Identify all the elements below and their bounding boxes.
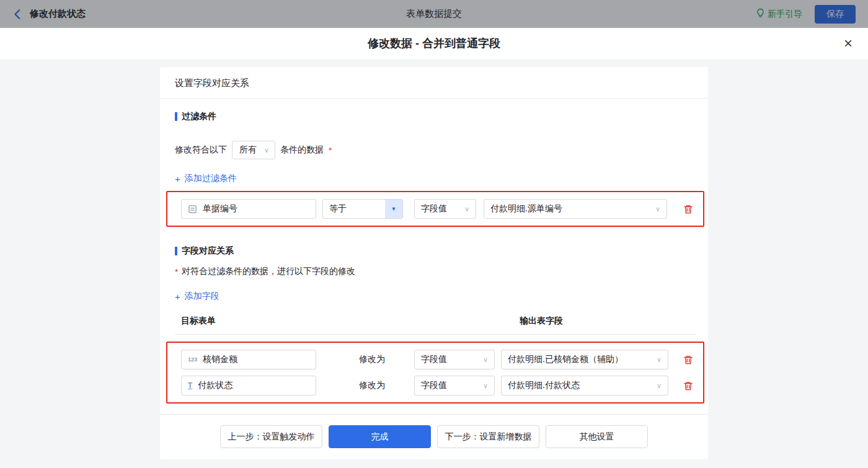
output-field-select[interactable]: 付款明细.付款状态 ∨	[501, 376, 668, 395]
action-label: 修改为	[335, 354, 409, 365]
value-type-value: 字段值	[421, 203, 447, 214]
column-header-output: 输出表字段	[520, 316, 563, 327]
delete-field-button[interactable]	[683, 355, 693, 365]
section-accent-bar	[175, 247, 177, 255]
filter-section-title: 过滤条件	[175, 111, 696, 122]
operator-dropdown-icon[interactable]: ▼	[385, 200, 402, 218]
add-field-label: 添加字段	[185, 291, 219, 302]
required-asterisk: *	[329, 146, 332, 155]
trash-icon	[683, 355, 693, 365]
value-field-select[interactable]: 付款明细.源单编号 ∨	[484, 199, 667, 219]
serial-field-icon	[188, 205, 197, 214]
dialog-footer: 上一步：设置触发动作 完成 下一步：设置新增数据 其他设置	[160, 414, 708, 459]
filter-section-label: 过滤条件	[182, 111, 216, 122]
value-field-value: 付款明细.源单编号	[490, 203, 562, 214]
filter-field-selector[interactable]: 单据编号	[181, 199, 316, 219]
settings-card: 设置字段对应关系 过滤条件 修改符合以下 所有 ∨ 条件的数据 * + 添加过滤…	[160, 67, 708, 459]
chevron-down-icon: ∨	[483, 356, 488, 363]
done-button[interactable]: 完成	[329, 425, 431, 448]
add-filter-label: 添加过滤条件	[185, 173, 237, 184]
chevron-down-icon: ∨	[483, 382, 488, 389]
column-header-target: 目标表单	[181, 316, 520, 327]
value-type-select[interactable]: 字段值 ∨	[414, 350, 495, 369]
trash-icon	[683, 204, 693, 214]
close-icon[interactable]: ×	[844, 36, 852, 51]
delete-field-button[interactable]	[683, 381, 693, 391]
output-field-value: 付款明细.已核销金额（辅助）	[508, 354, 623, 365]
output-field-value: 付款明细.付款状态	[508, 380, 580, 391]
card-header-title: 设置字段对应关系	[160, 67, 708, 99]
value-type-value: 字段值	[421, 354, 447, 365]
page-title: 表单数据提交	[0, 8, 868, 20]
topbar: 修改付款状态 表单数据提交 新手引导 保存	[0, 0, 868, 28]
dialog-body: 设置字段对应关系 过滤条件 修改符合以下 所有 ∨ 条件的数据 * + 添加过滤…	[0, 59, 868, 468]
required-asterisk: *	[175, 267, 178, 276]
output-field-select[interactable]: 付款明细.已核销金额（辅助） ∨	[501, 350, 668, 369]
mapping-description-text: 对符合过滤条件的数据，进行以下字段的修改	[182, 266, 355, 277]
dialog-title: 修改数据 - 合并到普通字段	[368, 36, 500, 51]
target-field-name: 核销金额	[203, 354, 237, 365]
target-field-selector[interactable]: 123 核销金额	[181, 350, 316, 369]
chevron-down-icon: ∨	[657, 356, 662, 363]
dialog-header: 修改数据 - 合并到普通字段 ×	[0, 28, 868, 59]
value-type-value: 字段值	[421, 380, 447, 391]
condition-suffix: 条件的数据	[280, 144, 324, 156]
mapping-section-title: 字段对应关系	[175, 245, 696, 257]
filter-highlight-box: 单据编号 等于 ▼ 字段值 ∨ 付款明细.源单编号 ∨	[166, 191, 704, 227]
condition-prefix: 修改符合以下	[175, 144, 227, 156]
target-field-selector[interactable]: T 付款状态	[181, 376, 316, 395]
match-mode-value: 所有	[239, 144, 257, 156]
mapping-description: * 对符合过滤条件的数据，进行以下字段的修改	[175, 266, 696, 277]
prev-step-button[interactable]: 上一步：设置触发动作	[220, 425, 322, 448]
other-settings-button[interactable]: 其他设置	[546, 425, 648, 448]
trash-icon	[683, 381, 693, 391]
action-label: 修改为	[335, 380, 409, 391]
mapping-section-label: 字段对应关系	[182, 245, 234, 257]
next-step-button[interactable]: 下一步：设置新增数据	[437, 425, 539, 448]
mapping-row: T 付款状态 修改为 字段值 ∨ 付款明细.付款状态 ∨	[181, 376, 696, 395]
value-type-select[interactable]: 字段值 ∨	[414, 376, 495, 395]
add-filter-link[interactable]: + 添加过滤条件	[175, 173, 237, 184]
mapping-highlight-box: 123 核销金额 修改为 字段值 ∨ 付款明细.已核销金额（辅助） ∨	[166, 342, 704, 404]
mapping-column-headers: 目标表单 输出表字段	[175, 316, 697, 335]
number-field-icon: 123	[188, 356, 197, 363]
operator-value: 等于	[323, 200, 385, 218]
value-type-select[interactable]: 字段值 ∨	[414, 199, 476, 219]
mapping-row: 123 核销金额 修改为 字段值 ∨ 付款明细.已核销金额（辅助） ∨	[181, 350, 696, 369]
chevron-down-icon: ∨	[264, 147, 269, 154]
add-field-link[interactable]: + 添加字段	[175, 291, 219, 302]
target-field-name: 付款状态	[198, 380, 232, 391]
section-accent-bar	[175, 112, 177, 121]
plus-icon: +	[175, 292, 180, 301]
filter-row: 单据编号 等于 ▼ 字段值 ∨ 付款明细.源单编号 ∨	[181, 199, 696, 219]
operator-select[interactable]: 等于 ▼	[322, 199, 403, 219]
filter-field-name: 单据编号	[203, 203, 237, 214]
match-mode-select[interactable]: 所有 ∨	[232, 141, 275, 159]
chevron-down-icon: ∨	[464, 206, 469, 213]
plus-icon: +	[175, 174, 180, 183]
chevron-down-icon: ∨	[655, 206, 660, 213]
chevron-down-icon: ∨	[657, 382, 662, 389]
text-field-icon: T	[188, 381, 192, 390]
delete-filter-button[interactable]	[683, 204, 693, 214]
